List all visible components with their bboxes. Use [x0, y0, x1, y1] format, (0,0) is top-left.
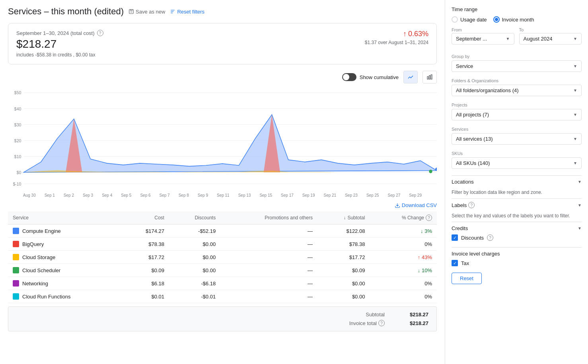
labels-desc: Select the key and values of the labels … — [452, 213, 582, 219]
period-help-icon[interactable]: ? — [97, 30, 103, 36]
cost-card: September 1–30, 2024 (total cost) ? $218… — [8, 23, 437, 64]
locations-chevron-icon: ▼ — [578, 180, 582, 184]
service-cell: Cloud Storage — [8, 251, 121, 264]
to-chevron-icon: ▼ — [573, 37, 577, 41]
services-table: Service Cost Discounts Promotions and ot… — [8, 211, 437, 303]
service-icon — [13, 254, 19, 260]
subtotal-cell: $0.09 — [317, 264, 370, 277]
services-filter-dropdown[interactable]: All services (13) ▼ — [452, 133, 582, 145]
reset-filters-button[interactable]: Reset filters — [170, 9, 204, 15]
save-as-new-button[interactable]: Save as new — [129, 9, 165, 15]
from-to-row: From September ... ▼ To August 2024 ▼ — [452, 27, 582, 49]
invoice-total-help-icon[interactable]: ? — [378, 320, 385, 326]
group-by-dropdown[interactable]: Service ▼ — [452, 60, 582, 72]
show-cumulative-control: Show cumulative — [342, 73, 399, 81]
subtotal-cell: $122.08 — [317, 225, 370, 238]
services-filter-section: Services All services (13) ▼ — [452, 127, 582, 145]
svg-text:$50: $50 — [14, 90, 21, 95]
reset-button[interactable]: Reset — [452, 273, 482, 284]
line-chart-button[interactable] — [403, 71, 418, 83]
discounts-help-icon[interactable]: ? — [487, 234, 493, 241]
discounts-row: ✓ Discounts ? — [452, 234, 582, 241]
x-axis-labels: Aug 30Sep 1Sep 2Sep 3Sep 4Sep 5Sep 6Sep … — [8, 193, 437, 197]
discounts-checkbox[interactable]: ✓ — [452, 234, 458, 241]
cost-cell: $78.38 — [121, 238, 169, 251]
change-cell: ↑ 43% — [374, 254, 432, 260]
credits-chevron-icon[interactable]: ▼ — [578, 226, 582, 230]
service-cell: Networking — [8, 277, 121, 290]
usage-date-label: Usage date — [460, 17, 487, 23]
invoice-charges-section: Invoice level charges ✓ Tax — [452, 247, 582, 269]
discounts-label: Discounts — [461, 235, 484, 241]
promotions-cell: — — [220, 225, 317, 238]
svg-text:$40: $40 — [14, 106, 21, 111]
skus-section: SKUs All SKUs (140) ▼ — [452, 151, 582, 169]
invoice-total-value: $218.27 — [401, 320, 428, 326]
discounts-cell: -$6.18 — [169, 277, 220, 290]
service-icon — [13, 241, 19, 247]
to-label: To — [519, 27, 582, 32]
group-by-value: Service — [456, 63, 473, 69]
service-cell: Cloud Scheduler — [8, 264, 121, 277]
time-range-title: Time range — [452, 6, 582, 12]
cost-cell: $0.01 — [121, 290, 169, 303]
promotions-cell: — — [220, 290, 317, 303]
chart-controls: Show cumulative — [8, 71, 437, 83]
to-dropdown[interactable]: August 2024 ▼ — [519, 33, 582, 45]
invoice-charges-title: Invoice level charges — [452, 251, 582, 257]
service-name: Compute Engine — [22, 228, 61, 234]
invoice-month-radio[interactable] — [493, 16, 500, 23]
labels-help-icon[interactable]: ? — [468, 202, 475, 208]
download-csv-label: Download CSV — [402, 202, 437, 208]
service-name: Cloud Storage — [22, 254, 55, 260]
projects-dropdown[interactable]: All projects (7) ▼ — [452, 109, 582, 120]
bar-chart-button[interactable] — [423, 71, 437, 83]
credits-section: Credits ▼ ✓ Discounts ? — [452, 222, 582, 244]
labels-section[interactable]: Labels ? ▼ — [452, 198, 582, 211]
usage-date-radio[interactable] — [452, 16, 458, 23]
discounts-cell: -$52.19 — [169, 225, 220, 238]
skus-dropdown[interactable]: All SKUs (140) ▼ — [452, 157, 582, 169]
subtotal-cell: $78.38 — [317, 238, 370, 251]
group-by-section: Group by Service ▼ — [452, 54, 582, 72]
service-icon — [13, 267, 19, 273]
svg-point-25 — [429, 170, 432, 173]
from-dropdown[interactable]: September ... ▼ — [452, 33, 514, 45]
table-row: Networking $6.18 -$6.18 — $0.00 0% — [8, 277, 437, 290]
save-as-new-label: Save as new — [136, 9, 165, 15]
from-label: From — [452, 27, 514, 32]
skus-label: SKUs — [452, 151, 582, 156]
tax-checkbox[interactable]: ✓ — [452, 260, 458, 266]
cost-cell: $0.09 — [121, 264, 169, 277]
invoice-month-option[interactable]: Invoice month — [493, 16, 534, 23]
locations-section[interactable]: Locations ▼ — [452, 175, 582, 188]
download-csv-link[interactable]: Download CSV — [395, 202, 437, 208]
change-cell: 0% — [424, 241, 432, 247]
promotions-cell: — — [220, 277, 317, 290]
promotions-cell: — — [220, 251, 317, 264]
locations-desc: Filter by location data like region and … — [452, 190, 582, 195]
projects-section: Projects All projects (7) ▼ — [452, 103, 582, 120]
service-cell: Compute Engine — [8, 225, 121, 238]
change-pct-cell: 0% — [370, 277, 437, 290]
svg-marker-21 — [23, 114, 437, 172]
change-pct-cell: 0% — [370, 290, 437, 303]
cost-cell: $17.72 — [121, 251, 169, 264]
svg-text:$-10: $-10 — [13, 182, 21, 186]
services-chevron-icon: ▼ — [573, 137, 577, 141]
cost-period: September 1–30, 2024 (total cost) ? — [16, 30, 103, 36]
cumulative-toggle[interactable] — [342, 73, 356, 81]
change-pct-cell: ↓ 3% — [370, 225, 437, 238]
folders-dropdown[interactable]: All folders/organizations (4) ▼ — [452, 85, 582, 96]
cost-cell: $6.18 — [121, 277, 169, 290]
usage-date-option[interactable]: Usage date — [452, 16, 487, 23]
change-help-icon[interactable]: ? — [426, 215, 432, 221]
locations-label: Locations — [452, 179, 474, 185]
change-pct-cell: ↓ 10% — [370, 264, 437, 277]
folders-section: Folders & Organizations All folders/orga… — [452, 78, 582, 96]
page-header: Services – this month (edited) Save as n… — [8, 6, 437, 17]
service-name: Cloud Scheduler — [22, 267, 60, 273]
to-field: To August 2024 ▼ — [519, 27, 582, 49]
discounts-cell: $0.00 — [169, 251, 220, 264]
download-csv-section: Download CSV — [8, 202, 437, 208]
